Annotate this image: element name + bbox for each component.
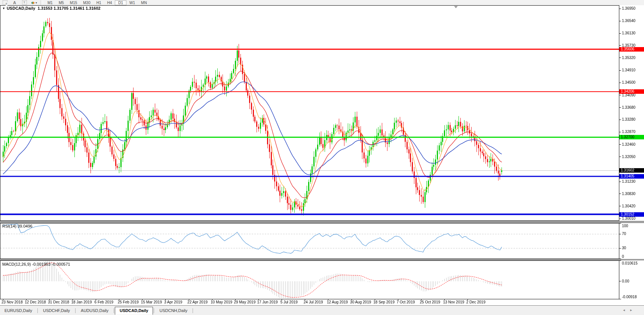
timeframe-button-m15[interactable]: M15 (67, 1, 80, 5)
tab-divider (75, 308, 76, 313)
tab-divider (154, 308, 154, 313)
tab-usdchf[interactable]: USDCHF,Daily (39, 307, 74, 314)
tab-divider (114, 308, 114, 313)
timeframe-button-m30[interactable]: M30 (80, 1, 93, 5)
tab-divider (37, 308, 38, 313)
fibonacci-tool-icon[interactable]: F (1, 0, 8, 5)
chart-canvas[interactable] (0, 0, 644, 305)
tab-divider (193, 308, 193, 313)
timeframe-button-h4[interactable]: H4 (104, 1, 115, 5)
chart-tab-bar: EURUSD,DailyUSDCHF,DailyAUDUSD,DailyUSDC… (0, 305, 644, 315)
tab-scroll-left-icon[interactable]: ◂ (623, 308, 630, 312)
timeframe-buttons: M1M5M15M30H1H4D1W1MN (45, 0, 150, 5)
tab-eurusd[interactable]: EURUSD,Daily (0, 307, 37, 314)
tab-scroll-right-icon[interactable]: ▸ (630, 308, 637, 312)
timeframe-button-m5[interactable]: M5 (56, 1, 67, 5)
timeframe-button-mn[interactable]: MN (138, 1, 150, 5)
text-tool-icon[interactable]: T (21, 0, 28, 5)
timeframe-button-d1[interactable]: D1 (115, 0, 126, 5)
text-label-tool-icon[interactable]: A (11, 0, 18, 5)
toolbar-separator (40, 0, 43, 5)
mt4-window: F A T ◆ ◆ ▾ M1M5M15M30H1H4D1W1MN ▼USDCAD… (0, 0, 644, 315)
timeframe-button-w1[interactable]: W1 (126, 1, 138, 5)
chevron-down-icon: ▾ (36, 1, 37, 4)
timeframe-button-h1[interactable]: H1 (93, 1, 104, 5)
tab-usdcnh[interactable]: USDCNH,Daily (155, 307, 192, 314)
timeframe-button-m1[interactable]: M1 (45, 1, 56, 5)
top-toolbar: F A T ◆ ◆ ▾ M1M5M15M30H1H4D1W1MN (0, 0, 644, 5)
tab-usdcad[interactable]: USDCAD,Daily (115, 307, 153, 315)
shapes-tool-icon[interactable]: ◆ ◆ ▾ (31, 0, 37, 5)
tab-audusd[interactable]: AUDUSD,Daily (76, 307, 113, 314)
